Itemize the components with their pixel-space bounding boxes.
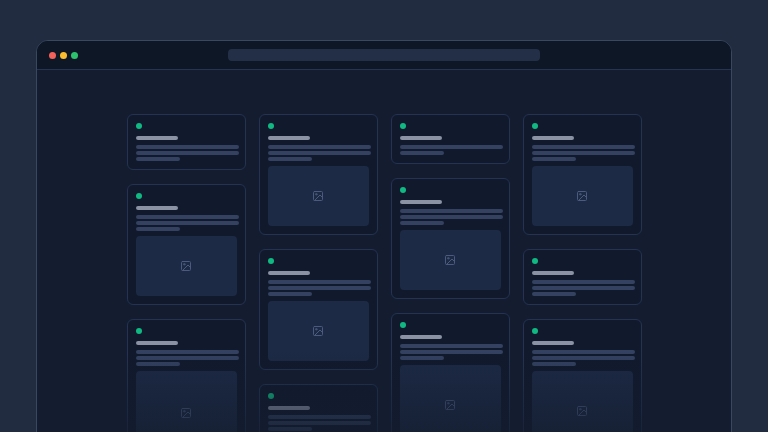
close-window-button[interactable] xyxy=(49,52,56,59)
image-placeholder xyxy=(400,365,501,432)
image-placeholder xyxy=(400,230,501,290)
traffic-lights xyxy=(49,41,78,69)
image-placeholder xyxy=(136,371,237,432)
maximize-window-button[interactable] xyxy=(71,52,78,59)
image-placeholder xyxy=(532,371,633,432)
skeleton-title xyxy=(400,335,442,339)
skeleton-text-line xyxy=(268,145,371,149)
browser-viewport xyxy=(37,70,731,432)
skeleton-text-line xyxy=(400,344,503,348)
feed-grid xyxy=(37,114,731,432)
skeleton-text-line xyxy=(400,356,444,360)
image-icon xyxy=(312,190,324,202)
skeleton-text-line xyxy=(136,145,239,149)
skeleton-text-line xyxy=(400,145,503,149)
skeleton-text-line xyxy=(532,292,576,296)
feed-column-1 xyxy=(127,114,246,432)
skeleton-text-line xyxy=(136,356,239,360)
skeleton-title xyxy=(532,341,574,345)
skeleton-text-line xyxy=(268,157,312,161)
skeleton-text-line xyxy=(400,151,444,155)
image-icon xyxy=(444,399,456,411)
feed-card[interactable] xyxy=(523,249,642,305)
skeleton-text-line xyxy=(268,415,371,419)
skeleton-title xyxy=(136,136,178,140)
skeleton-text-line xyxy=(400,215,503,219)
skeleton-title xyxy=(136,206,178,210)
image-placeholder xyxy=(268,166,369,226)
status-dot xyxy=(532,258,538,264)
address-bar[interactable] xyxy=(228,49,540,61)
skeleton-text-line xyxy=(136,157,180,161)
skeleton-title xyxy=(268,271,310,275)
feed-column-2 xyxy=(259,114,378,432)
feed-card[interactable] xyxy=(391,178,510,299)
skeleton-text-line xyxy=(532,362,576,366)
desktop-background xyxy=(0,0,768,432)
feed-card[interactable] xyxy=(391,313,510,432)
skeleton-text-line xyxy=(400,350,503,354)
skeleton-text-line xyxy=(400,209,503,213)
skeleton-text-line xyxy=(136,227,180,231)
skeleton-title xyxy=(400,200,442,204)
image-placeholder xyxy=(268,301,369,361)
image-icon xyxy=(576,190,588,202)
skeleton-text-line xyxy=(268,280,371,284)
feed-card[interactable] xyxy=(523,319,642,432)
status-dot xyxy=(268,258,274,264)
status-dot xyxy=(268,393,274,399)
feed-card[interactable] xyxy=(259,114,378,235)
skeleton-text-line xyxy=(532,145,635,149)
skeleton-text-line xyxy=(532,151,635,155)
browser-window xyxy=(36,40,732,432)
skeleton-title xyxy=(532,136,574,140)
skeleton-title xyxy=(532,271,574,275)
status-dot xyxy=(268,123,274,129)
skeleton-text-line xyxy=(136,151,239,155)
skeleton-text-line xyxy=(268,292,312,296)
status-dot xyxy=(532,328,538,334)
image-icon xyxy=(444,254,456,266)
feed-card[interactable] xyxy=(127,319,246,432)
skeleton-text-line xyxy=(136,362,180,366)
feed-card[interactable] xyxy=(391,114,510,164)
feed-column-3 xyxy=(391,114,510,432)
skeleton-text-line xyxy=(400,221,444,225)
status-dot xyxy=(136,328,142,334)
skeleton-text-line xyxy=(532,356,635,360)
feed-card[interactable] xyxy=(259,384,378,432)
image-icon xyxy=(180,407,192,419)
image-icon xyxy=(180,260,192,272)
skeleton-text-line xyxy=(532,280,635,284)
feed-card[interactable] xyxy=(523,114,642,235)
skeleton-text-line xyxy=(268,421,371,425)
skeleton-text-line xyxy=(532,350,635,354)
feed-card[interactable] xyxy=(127,184,246,305)
feed-column-4 xyxy=(523,114,642,432)
browser-titlebar xyxy=(37,41,731,70)
image-icon xyxy=(576,405,588,417)
skeleton-text-line xyxy=(136,221,239,225)
skeleton-text-line xyxy=(268,151,371,155)
skeleton-text-line xyxy=(268,286,371,290)
feed-card[interactable] xyxy=(127,114,246,170)
image-placeholder xyxy=(136,236,237,296)
skeleton-title xyxy=(400,136,442,140)
skeleton-text-line xyxy=(268,427,312,431)
status-dot xyxy=(136,193,142,199)
skeleton-text-line xyxy=(136,350,239,354)
image-placeholder xyxy=(532,166,633,226)
skeleton-title xyxy=(268,136,310,140)
skeleton-title xyxy=(136,341,178,345)
image-icon xyxy=(312,325,324,337)
minimize-window-button[interactable] xyxy=(60,52,67,59)
skeleton-text-line xyxy=(532,157,576,161)
status-dot xyxy=(400,123,406,129)
status-dot xyxy=(532,123,538,129)
status-dot xyxy=(136,123,142,129)
status-dot xyxy=(400,322,406,328)
feed-card[interactable] xyxy=(259,249,378,370)
skeleton-text-line xyxy=(136,215,239,219)
skeleton-text-line xyxy=(532,286,635,290)
skeleton-title xyxy=(268,406,310,410)
